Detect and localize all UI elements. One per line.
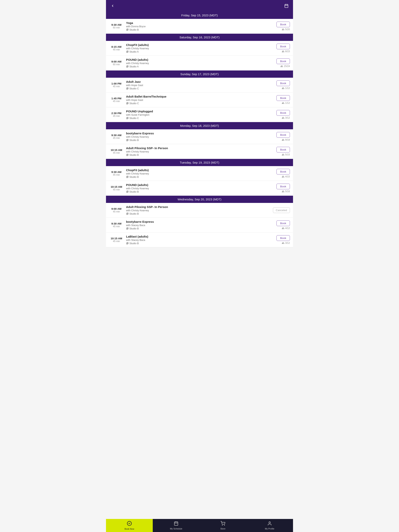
class-spots: 4/12 [282,227,290,230]
people-icon [282,175,284,178]
class-details: Adult Piloxing SSP- In Person with Chris… [124,205,272,215]
calendar-icon[interactable] [283,3,290,9]
book-button[interactable]: Book [277,95,290,101]
app-header [106,0,293,12]
class-item: 8:15 AM 45 min ChopFit (adults) with Chr… [106,41,293,56]
class-instructor: with Christy Kearney [126,47,272,50]
class-location: Studio B [126,227,272,230]
book-button[interactable]: Book [277,169,290,174]
class-time-value: 1:00 PM [109,82,124,85]
class-time: 1:00 PM 45 min [109,82,124,88]
class-name: Adult Piloxing SSP- In Person [126,146,272,150]
class-location: Studio C [126,102,272,105]
class-spots: 1/12 [282,87,290,89]
class-spots: 5/15 [282,153,290,156]
class-time-value: 9:00 AM [109,60,124,63]
class-spots: 9/18 [282,139,290,141]
class-time: 10:15 AM 45 min [109,185,124,191]
class-details: Adult Ballet Barre/Technique with Hope G… [124,95,272,105]
location-icon [126,28,129,31]
class-instructor: with Hope Gast [126,84,272,87]
book-button[interactable]: Book [277,184,290,189]
class-spots: 1/12 [282,102,290,104]
class-duration: 45 min [109,137,124,139]
class-time-value: 9:30 AM [109,222,124,225]
class-action-area: Book 8/15 [272,44,290,53]
book-button[interactable]: Book [277,80,290,86]
class-spots: 4/15 [282,175,290,178]
canceled-button: Canceled [273,207,290,213]
book-button[interactable]: Book [277,110,290,116]
class-instructor: with Christy Kearney [126,62,272,65]
class-duration: 45 min [109,85,124,88]
class-name: Adult Piloxing SSP- In Person [126,205,272,209]
location-icon [126,65,129,68]
people-icon [282,190,284,193]
class-duration: 45 min [109,100,124,103]
class-details: POUND Unplugged with Susie Farrington St… [124,110,272,120]
back-button[interactable] [109,3,116,9]
class-details: Yoga with Donna Bryce Studio B [124,21,272,31]
nav-item-book-now[interactable]: Book Now [106,519,153,532]
class-action-area: Book 1/12 [272,95,290,104]
bottom-navigation: Book Now My Schedule Store My Profile [106,519,293,532]
class-time-value: 8:15 AM [109,45,124,48]
book-button[interactable]: Book [277,44,290,49]
class-item: 9:00 AM 60 min POUND (adults) with Chris… [106,56,293,70]
book-button[interactable]: Book [277,221,290,226]
my-profile-nav-icon [267,521,272,527]
day-header-2: Sunday, Sep 17, 2023 (MDT) [106,70,293,78]
people-icon [282,87,284,89]
book-button[interactable]: Book [277,132,290,138]
nav-item-my-profile[interactable]: My Profile [246,519,293,532]
class-duration: 60 min [109,63,124,66]
class-instructor: with Christy Kearney [126,209,272,212]
class-location: Studio B [126,139,272,142]
nav-item-store[interactable]: Store [200,519,246,532]
day-header-5: Wednesday, Sep 20, 2023 (MDT) [106,196,293,203]
people-icon [282,242,284,244]
book-button[interactable]: Book [277,235,290,241]
class-instructor: with Christy Kearney [126,135,272,138]
class-details: bootybarre Express with Christy Kearney … [124,132,272,142]
class-instructor: with Susie Farrington [126,113,272,116]
location-icon [126,212,129,215]
schedule-icon [174,521,179,526]
class-name: bootybarre Express [126,220,272,223]
class-action-area: Book 3/12 [272,235,290,244]
book-button[interactable]: Book [277,58,290,64]
nav-item-my-schedule[interactable]: My Schedule [153,519,200,532]
class-action-area: Book 4/15 [272,169,290,178]
class-time: 9:30 AM 45 min [109,134,124,139]
class-time-value: 9:30 AM [109,23,124,26]
people-icon [282,50,284,53]
class-details: Adult Piloxing SSP- In Person with Chris… [124,146,272,156]
class-action-area: Book 5/16 [272,184,290,193]
class-instructor: with Stacey Baca [126,239,272,241]
class-spots: 5/20 [282,28,290,31]
class-action-area: Book 5/20 [272,22,290,31]
class-name: Adult Jazz [126,80,272,83]
people-icon [282,28,284,31]
class-details: LaBlast (adults) with Stacey Baca Studio… [124,235,272,245]
class-time: 8:15 AM 45 min [109,45,124,51]
class-time-value: 2:30 PM [109,112,124,115]
day-header-3: Monday, Sep 18, 2023 (MDT) [106,122,293,129]
class-item: 1:45 PM 45 min Adult Ballet Barre/Techni… [106,93,293,107]
profile-icon [267,521,272,526]
book-button[interactable]: Book [277,147,290,152]
my-profile-nav-label: My Profile [265,527,274,530]
class-duration: 45 min [109,210,124,213]
book-now-nav-label: Book Now [124,528,134,530]
class-time-value: 10:15 AM [109,149,124,152]
class-location: Studio B [126,176,272,178]
book-now-nav-icon [127,521,132,527]
my-schedule-nav-icon [174,521,179,527]
day-header-1: Saturday, Sep 16, 2023 (MDT) [106,34,293,41]
class-time-value: 10:15 AM [109,237,124,240]
store-nav-label: Store [220,527,225,530]
people-icon [280,65,283,68]
class-location: Studio C [126,117,272,120]
book-button[interactable]: Book [277,22,290,27]
class-item: 9:30 AM 45 min bootybarre Express with C… [106,129,293,144]
